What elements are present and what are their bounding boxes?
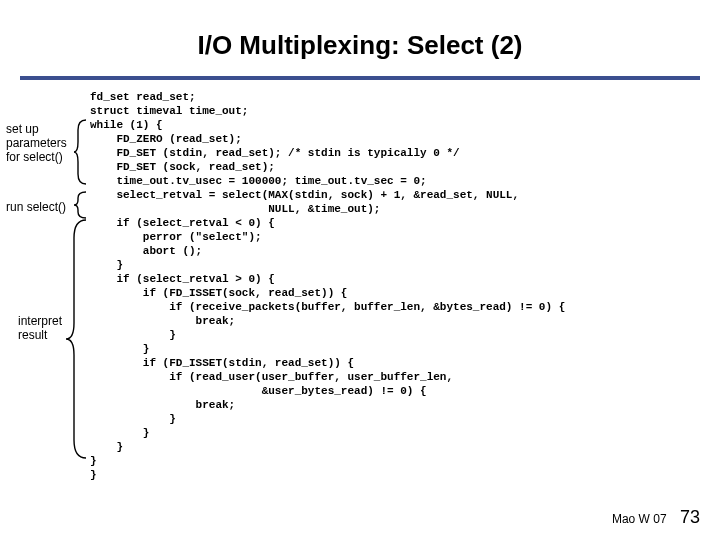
code-block: fd_set read_set; struct timeval time_out… (90, 90, 700, 482)
annotation-setup: set up parameters for select() (6, 122, 82, 164)
footer-credit: Mao W 07 (612, 512, 667, 526)
title-underline (20, 76, 700, 80)
brace-setup (72, 118, 92, 186)
brace-interpret (64, 218, 92, 460)
brace-run (72, 190, 92, 220)
slide-footer: Mao W 07 73 (612, 507, 700, 528)
page-number: 73 (680, 507, 700, 527)
slide-title: I/O Multiplexing: Select (2) (0, 30, 720, 61)
